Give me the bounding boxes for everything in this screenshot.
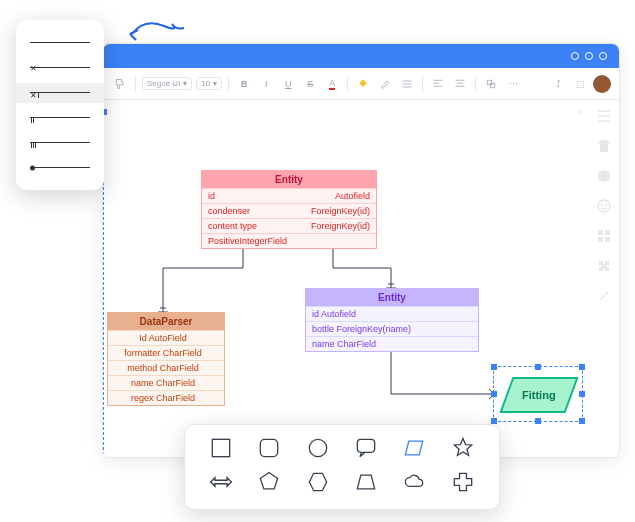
svg-point-2 [598,170,610,182]
annotation-arrow [124,16,204,46]
rail-emoji-icon[interactable] [596,198,612,214]
rail-wrench-icon[interactable] [596,288,612,304]
shape-parallelogram[interactable] [401,435,427,465]
table-row: method CharField [108,360,224,375]
shape-picker [184,424,500,510]
line-style-single[interactable]: ✕ [16,58,104,78]
align-button[interactable] [429,75,447,93]
line-color-button[interactable] [376,75,394,93]
text-color-button[interactable]: A [323,75,341,93]
line-style-dot[interactable] [16,158,104,178]
rail-shirt-icon[interactable] [596,138,612,154]
shape-trapezoid[interactable] [353,469,379,499]
line-style-panel: ✕ ✕ [16,20,104,190]
more-button[interactable]: ⋯ [504,75,522,93]
table-row: name CharField [306,336,478,351]
table-row: idAutofield [202,188,376,203]
svg-rect-1 [491,83,496,88]
svg-point-12 [309,439,326,456]
window-control[interactable] [599,52,607,60]
fill-color-button[interactable] [354,75,372,93]
shape-speech[interactable] [353,435,379,465]
italic-button[interactable]: I [257,75,275,93]
svg-rect-6 [598,230,603,235]
window-titlebar [103,44,619,68]
shape-double-arrow[interactable] [208,469,234,499]
font-size-select[interactable]: 10▾ [196,77,222,90]
entity-purple[interactable]: Entity id Autofield bottle ForeignKey(na… [305,288,479,352]
svg-rect-7 [605,230,610,235]
window-control[interactable] [585,52,593,60]
shape-circle[interactable] [305,435,331,465]
table-row: condenserForeignKey(id) [202,203,376,218]
svg-rect-13 [357,439,374,452]
canvas[interactable]: » Entity idAutofield condenserForeignKey… [103,100,619,457]
window-control[interactable] [571,52,579,60]
share-icon[interactable]: ⤴ [549,75,567,93]
collapse-panels-icon[interactable]: » [577,106,583,117]
entity-title: DataParser [108,313,224,330]
svg-rect-10 [212,439,229,456]
shape-star[interactable] [450,435,476,465]
shape-cloud[interactable] [401,469,427,499]
line-style-none[interactable] [16,33,104,53]
svg-rect-0 [488,80,493,85]
table-row: id Autofield [306,306,478,321]
bold-button[interactable]: B [235,75,253,93]
underline-button[interactable]: U [279,75,297,93]
rail-grid-icon[interactable] [596,228,612,244]
user-avatar[interactable] [593,75,611,93]
editor-window: Segoe UI▾ 10▾ B I U S A ⋯ ⤴ ⬚ » [102,43,620,458]
table-row: PositiveIntegerField [202,233,376,248]
table-row: Id AutoField [108,330,224,345]
shape-rounded-square[interactable] [256,435,282,465]
entity-pink[interactable]: Entity idAutofield condenserForeignKey(i… [201,170,377,249]
table-row: name CharField [108,375,224,390]
format-toolbar: Segoe UI▾ 10▾ B I U S A ⋯ ⤴ ⬚ [103,68,619,100]
shape-hexagon[interactable] [305,469,331,499]
entity-title: Entity [202,171,376,188]
entity-dataparser[interactable]: DataParser Id AutoField formatter CharFi… [107,312,225,406]
table-row: regex CharField [108,390,224,405]
line-style-triple[interactable] [16,108,104,128]
line-style-button[interactable] [398,75,416,93]
rail-palette-icon[interactable] [596,168,612,184]
svg-rect-8 [598,237,603,242]
svg-point-4 [602,205,603,206]
svg-point-3 [598,200,610,212]
right-rail: ☰ [589,100,619,457]
export-icon[interactable]: ⬚ [571,75,589,93]
line-style-double[interactable]: ✕ [16,83,104,103]
fitting-shape-selected[interactable]: Fitting [493,366,583,422]
rail-menu-icon[interactable]: ☰ [596,108,612,124]
svg-rect-9 [605,237,610,242]
paint-format-icon[interactable] [111,75,129,93]
line-style-double-spaced[interactable] [16,133,104,153]
shape-square[interactable] [208,435,234,465]
arrange-button[interactable] [482,75,500,93]
shape-plus[interactable] [450,469,476,499]
entity-title: Entity [306,289,478,306]
table-row: formatter CharField [108,345,224,360]
valign-button[interactable] [451,75,469,93]
rail-puzzle-icon[interactable] [596,258,612,274]
fitting-shape: Fitting [499,377,578,413]
svg-rect-11 [261,439,278,456]
table-row: bottle ForeignKey(name) [306,321,478,336]
font-family-select[interactable]: Segoe UI▾ [142,77,192,90]
shape-pentagon[interactable] [256,469,282,499]
strike-button[interactable]: S [301,75,319,93]
table-row: content typeForeignKey(id) [202,218,376,233]
svg-point-5 [606,205,607,206]
